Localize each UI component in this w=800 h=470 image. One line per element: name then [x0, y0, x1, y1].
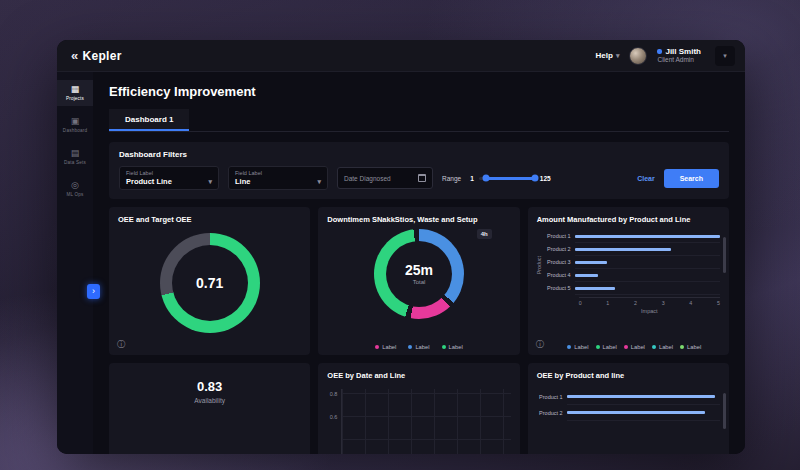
legend-item[interactable]: Label [652, 344, 673, 350]
info-icon[interactable]: ⓘ [536, 339, 544, 350]
card-title: Amount Manufactured by Product and Line [537, 215, 720, 225]
chart-scrollbar[interactable] [723, 237, 726, 273]
legend-item[interactable]: Label [596, 344, 617, 350]
legend-item[interactable]: Label [375, 344, 396, 350]
brand-name: Kepler [83, 49, 122, 63]
tab-dashboard-1[interactable]: Dashboard 1 [109, 109, 189, 131]
availability-value: 0.83 [197, 379, 222, 394]
category-label: Product 5 [545, 285, 575, 291]
help-menu[interactable]: Help ▾ [596, 51, 620, 60]
amount-manufactured-card: Amount Manufactured by Product and Line … [528, 207, 729, 355]
downtime-legend: LabelLabelLabel [318, 344, 519, 350]
category-label: Product 1 [537, 394, 567, 400]
legend-item[interactable]: Label [567, 344, 588, 350]
select-value: Product Line [126, 177, 172, 186]
downtime-donut-chart[interactable]: 25m Total [374, 229, 464, 319]
oee-product-bars[interactable]: Product 1Product 2 [537, 389, 720, 421]
sidebar-item-projects[interactable]: ▦ Projects [57, 80, 93, 106]
legend-dot-icon [375, 345, 379, 349]
legend-item[interactable]: Label [624, 344, 645, 350]
product-line-select[interactable]: Field Label Product Line ▾ [119, 166, 219, 190]
user-menu-button[interactable]: ▾ [715, 46, 735, 66]
line-select[interactable]: Field Label Line ▾ [228, 166, 328, 190]
bar[interactable] [575, 261, 607, 264]
sidebar-expand-button[interactable]: › [87, 284, 100, 299]
plot-grid [341, 389, 510, 454]
sidebar-item-ml-ops[interactable]: ◎ ML Ops [57, 176, 93, 202]
amount-legend: LabelLabelLabelLabelLabel [544, 344, 725, 350]
oee-donut-chart[interactable]: 0.71 [160, 233, 260, 333]
bar-row: Product 1 [545, 230, 720, 243]
search-button[interactable]: Search [664, 169, 719, 188]
legend-label: Label [574, 344, 588, 350]
range-slider[interactable]: 1 125 [470, 175, 550, 182]
bar[interactable] [567, 395, 716, 398]
downtime-total-value: 25m [405, 262, 433, 278]
legend-dot-icon [652, 345, 656, 349]
ml-ops-icon: ◎ [71, 181, 79, 190]
card-title: OEE by Product and line [537, 371, 720, 381]
info-icon[interactable]: ⓘ [117, 339, 125, 350]
x-tick: 5 [717, 300, 720, 306]
card-title: OEE by Date and Line [327, 371, 510, 381]
category-label: Product 4 [545, 272, 575, 278]
slider-handle-min[interactable] [482, 175, 489, 182]
oee-by-date-card: OEE by Date and Line 0.8 0.6 [318, 363, 519, 454]
user-role: Client Admin [657, 56, 701, 64]
bar[interactable] [575, 248, 671, 251]
amount-bar-chart[interactable]: Product Product 1Product 2Product 3Produ… [537, 230, 720, 314]
legend-item[interactable]: Label [408, 344, 429, 350]
slider-track[interactable] [479, 177, 535, 180]
date-placeholder: Date Diagnosed [344, 175, 391, 182]
slider-handle-max[interactable] [531, 175, 538, 182]
category-label: Product 1 [545, 233, 575, 239]
card-title: OEE and Target OEE [118, 215, 301, 225]
dashboard-filters-panel: Dashboard Filters Field Label Product Li… [109, 142, 729, 199]
x-tick: 2 [634, 300, 637, 306]
oee-gauge-card: OEE and Target OEE 0.71 ⓘ [109, 207, 310, 355]
bar-row: Product 3 [545, 256, 720, 269]
bar[interactable] [567, 411, 705, 414]
legend-item[interactable]: Label [680, 344, 701, 350]
legend-label: Label [449, 344, 463, 350]
slider-fill [486, 177, 535, 180]
bar[interactable] [575, 287, 616, 290]
x-tick: 0 [579, 300, 582, 306]
user-info: Jill Smith Client Admin [657, 47, 701, 64]
bar-row: Product 4 [545, 269, 720, 282]
bar-row: Product 2 [537, 405, 720, 421]
availability-label: Availability [194, 397, 225, 404]
bar-row: Product 2 [545, 243, 720, 256]
bar[interactable] [575, 274, 598, 277]
category-label: Product 3 [545, 259, 575, 265]
category-label: Product 2 [537, 410, 567, 416]
user-badge-icon [657, 49, 662, 54]
clear-button[interactable]: Clear [637, 175, 655, 182]
sidebar-item-label: Data Sets [64, 160, 86, 165]
chevron-down-icon: ▾ [616, 52, 620, 60]
bar[interactable] [575, 235, 720, 238]
charts-row-1: OEE and Target OEE 0.71 ⓘ Downtimem SNak… [109, 207, 729, 355]
legend-item[interactable]: Label [442, 344, 463, 350]
header-right: Help ▾ Jill Smith Client Admin ▾ [596, 46, 735, 66]
chart-scrollbar[interactable] [723, 393, 726, 429]
category-label: Product 2 [545, 246, 575, 252]
legend-dot-icon [567, 345, 571, 349]
sidebar-item-data-sets[interactable]: ▤ Data Sets [57, 144, 93, 170]
chart-tooltip: 4h [477, 229, 492, 239]
y-tick: 0.6 [327, 414, 337, 420]
kepler-logo-icon: « [71, 48, 79, 63]
legend-label: Label [603, 344, 617, 350]
x-axis-label: Impact [579, 308, 720, 314]
legend-label: Label [687, 344, 701, 350]
y-axis-label: Product [536, 256, 542, 274]
legend-label: Label [631, 344, 645, 350]
user-avatar[interactable] [629, 47, 647, 65]
sidebar-item-dashboard[interactable]: ▣ Dashboard [57, 112, 93, 138]
oee-by-product-card: OEE by Product and line Product 1Product… [528, 363, 729, 454]
kepler-logo[interactable]: « Kepler [71, 48, 122, 63]
oee-by-date-chart[interactable]: 0.8 0.6 [327, 389, 510, 454]
date-diagnosed-input[interactable]: Date Diagnosed [337, 167, 433, 189]
card-title: Downtimem SNakkStios, Waste and Setup [327, 215, 510, 225]
legend-dot-icon [624, 345, 628, 349]
